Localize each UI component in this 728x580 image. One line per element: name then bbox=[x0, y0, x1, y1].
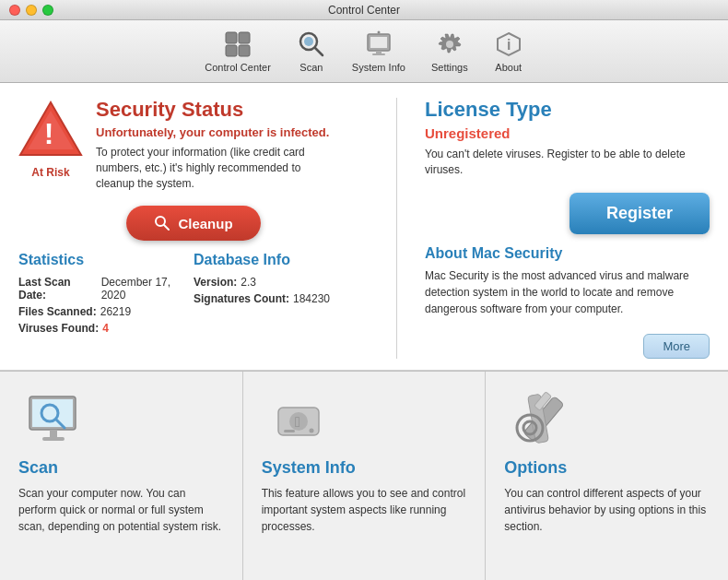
toolbar: Control Center Scan System Info bbox=[0, 20, 728, 83]
db-sigs-value: 184230 bbox=[293, 292, 330, 305]
stat-row-files: Files Scanned: 26219 bbox=[18, 305, 194, 318]
db-version-label: Version: bbox=[194, 276, 237, 289]
files-scanned-value: 26219 bbox=[100, 305, 131, 318]
svg-rect-3 bbox=[239, 45, 250, 56]
svg-text:!: ! bbox=[44, 117, 54, 150]
svg-point-12 bbox=[446, 41, 453, 48]
more-button-label: More bbox=[663, 339, 690, 353]
statistics-section: Statistics Last Scan Date: December 17, … bbox=[18, 252, 194, 338]
svg-rect-28 bbox=[284, 430, 295, 432]
svg-rect-10 bbox=[372, 53, 385, 55]
svg-text:i: i bbox=[507, 37, 511, 53]
toolbar-system-info-label: System Info bbox=[352, 62, 405, 73]
svg-point-6 bbox=[304, 37, 313, 46]
toolbar-about[interactable]: i About bbox=[481, 26, 536, 77]
last-scan-value: December 17, 2020 bbox=[101, 276, 194, 302]
svg-point-29 bbox=[309, 428, 313, 432]
svg-rect-20 bbox=[32, 399, 73, 427]
options-bottom-heading: Options bbox=[504, 458, 710, 478]
right-panel: License Type Unregistered You can't dele… bbox=[425, 98, 710, 359]
about-mac-description: Mac Security is the most advanced virus … bbox=[425, 267, 710, 317]
left-panel: ! At Risk Security Status Unfortunately,… bbox=[18, 98, 369, 359]
maximize-button[interactable] bbox=[42, 5, 53, 16]
toolbar-about-label: About bbox=[495, 62, 522, 73]
license-description: You can't delete viruses. Register to be… bbox=[425, 147, 710, 178]
toolbar-control-center-label: Control Center bbox=[205, 62, 271, 73]
bottom-section: Scan Scan your computer now. You can per… bbox=[0, 371, 728, 580]
db-version-value: 2.3 bbox=[241, 276, 256, 289]
title-bar: Control Center bbox=[0, 0, 728, 20]
infected-message: Unfortunately, your computer is infected… bbox=[96, 125, 329, 139]
shield-triangle-icon: ! bbox=[18, 98, 83, 162]
scan-bottom-icon bbox=[18, 386, 92, 451]
svg-rect-8 bbox=[370, 37, 387, 48]
license-heading: License Type bbox=[425, 98, 710, 122]
toolbar-settings[interactable]: Settings bbox=[418, 26, 481, 77]
license-section: License Type Unregistered You can't dele… bbox=[425, 98, 710, 178]
files-scanned-label: Files Scanned: bbox=[18, 305, 97, 318]
security-header: ! At Risk Security Status Unfortunately,… bbox=[18, 98, 369, 191]
more-button[interactable]: More bbox=[643, 334, 710, 359]
main-content: ! At Risk Security Status Unfortunately,… bbox=[0, 83, 728, 580]
stat-row-last-scan: Last Scan Date: December 17, 2020 bbox=[18, 276, 194, 302]
db-version-row: Version: 2.3 bbox=[194, 276, 369, 289]
at-risk-label: At Risk bbox=[31, 166, 69, 179]
viruses-found-label: Viruses Found: bbox=[18, 322, 99, 335]
security-text: Security Status Unfortunately, your comp… bbox=[96, 98, 329, 191]
db-sigs-row: Signatures Count: 184230 bbox=[194, 292, 369, 305]
register-button-label: Register bbox=[606, 204, 673, 222]
svg-text::  bbox=[295, 414, 300, 430]
license-status: Unregistered bbox=[425, 125, 710, 141]
svg-line-18 bbox=[164, 225, 169, 230]
scan-bottom-description: Scan your computer now. You can perform … bbox=[18, 485, 224, 535]
db-sigs-label: Signatures Count: bbox=[194, 292, 289, 305]
stats-db-row: Statistics Last Scan Date: December 17, … bbox=[18, 252, 369, 338]
toolbar-system-info[interactable]: System Info bbox=[339, 26, 418, 77]
toolbar-scan[interactable]: Scan bbox=[284, 26, 339, 77]
shield-icon-area: ! At Risk bbox=[18, 98, 83, 179]
cleanup-button[interactable]: Cleanup bbox=[126, 206, 260, 241]
svg-rect-1 bbox=[239, 32, 250, 43]
window-controls[interactable] bbox=[9, 5, 53, 16]
about-mac-section: About Mac Security Mac Security is the m… bbox=[425, 245, 710, 317]
panel-divider bbox=[396, 98, 397, 359]
scan-icon bbox=[297, 30, 326, 59]
close-button[interactable] bbox=[9, 5, 20, 16]
bottom-scan-item[interactable]: Scan Scan your computer now. You can per… bbox=[0, 372, 243, 580]
top-section: ! At Risk Security Status Unfortunately,… bbox=[0, 83, 728, 371]
security-description: To protect your information (like credit… bbox=[96, 145, 317, 191]
stat-row-viruses: Viruses Found: 4 bbox=[18, 322, 194, 335]
sysinfo-bottom-description: This feature allows you to see and contr… bbox=[262, 485, 467, 535]
database-section: Database Info Version: 2.3 Signatures Co… bbox=[194, 252, 369, 338]
svg-rect-2 bbox=[226, 45, 237, 56]
bottom-options-item[interactable]: Options You can control different aspect… bbox=[486, 372, 728, 580]
about-icon: i bbox=[494, 30, 523, 59]
svg-point-11 bbox=[377, 31, 380, 34]
options-bottom-icon bbox=[504, 386, 578, 451]
sysinfo-bottom-heading: System Info bbox=[262, 458, 467, 478]
svg-line-5 bbox=[315, 48, 323, 55]
minimize-button[interactable] bbox=[26, 5, 37, 16]
control-center-icon bbox=[223, 30, 252, 59]
bottom-sysinfo-item[interactable]:  System Info This feature allows you to… bbox=[243, 372, 487, 580]
system-info-icon bbox=[364, 30, 393, 59]
options-bottom-description: You can control different aspects of you… bbox=[504, 485, 710, 535]
svg-rect-22 bbox=[42, 437, 65, 441]
scan-bottom-heading: Scan bbox=[18, 458, 224, 478]
sysinfo-bottom-icon:  bbox=[262, 386, 335, 451]
window-title: Control Center bbox=[328, 4, 400, 17]
last-scan-label: Last Scan Date: bbox=[18, 276, 98, 302]
security-heading: Security Status bbox=[96, 98, 329, 122]
database-heading: Database Info bbox=[194, 252, 369, 268]
register-button[interactable]: Register bbox=[569, 193, 710, 234]
about-mac-heading: About Mac Security bbox=[425, 245, 710, 262]
svg-rect-21 bbox=[50, 430, 57, 437]
toolbar-control-center[interactable]: Control Center bbox=[192, 26, 284, 77]
toolbar-settings-label: Settings bbox=[431, 62, 468, 73]
viruses-found-value: 4 bbox=[102, 322, 109, 335]
toolbar-scan-label: Scan bbox=[299, 62, 323, 73]
search-small-icon bbox=[154, 215, 170, 231]
cleanup-button-label: Cleanup bbox=[178, 216, 232, 231]
svg-rect-0 bbox=[226, 32, 237, 43]
statistics-heading: Statistics bbox=[18, 252, 194, 268]
